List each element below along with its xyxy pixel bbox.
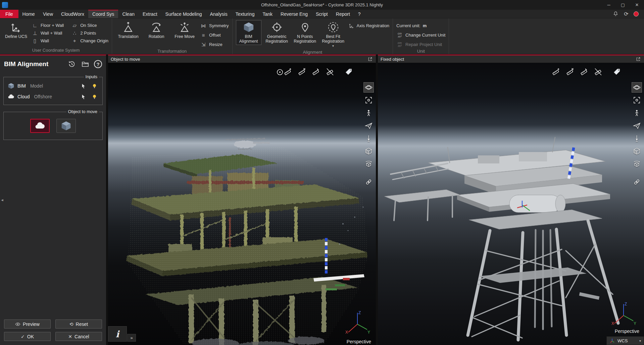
tab-file[interactable]: File [0, 10, 18, 18]
notification-area: ⟳ [612, 10, 644, 18]
axis-triad[interactable]: Z X Y [610, 301, 637, 326]
symmetry-button[interactable]: ⋈ Symmetry [200, 22, 229, 29]
fly-mode-icon[interactable] [363, 120, 374, 131]
tab-extract[interactable]: Extract [139, 10, 161, 18]
cube-face-view-icon[interactable] [632, 146, 642, 156]
wall-wall-button[interactable]: ⊥ Wall + Wall [32, 30, 64, 37]
maximize-button[interactable]: ▢ [616, 0, 630, 10]
info-expand-button[interactable]: » [127, 334, 136, 342]
tag-icon[interactable] [612, 67, 622, 76]
panel-collapse-handle[interactable]: ◂ [0, 195, 4, 205]
tab-view[interactable]: View [39, 10, 57, 18]
best-fit-registration-button[interactable]: Best Fit Registration ▾ [320, 20, 346, 49]
cloud-visibility-bulb-icon[interactable] [90, 93, 98, 101]
measure-remove-icon[interactable] [565, 67, 575, 76]
pick-bim-cursor-icon[interactable] [79, 82, 87, 90]
move-bim-toggle[interactable] [56, 119, 76, 133]
wcs-selector[interactable]: WCS ▾ [606, 336, 644, 345]
walk-mode-icon[interactable] [363, 108, 374, 118]
popout-icon[interactable] [367, 56, 373, 62]
tab-help[interactable]: ? [354, 10, 365, 18]
projection-mode-label[interactable]: Perspective [347, 339, 371, 344]
tab-clean[interactable]: Clean [118, 10, 139, 18]
info-button[interactable]: i [108, 326, 127, 342]
on-slice-button[interactable]: ▱ On Slice [71, 22, 108, 29]
viewport-3d-right[interactable]: Z X Y Perspective WCS ▾ [378, 63, 644, 345]
two-points-icon: ∴ [71, 30, 78, 36]
geometric-registration-button[interactable]: Geometric Registration [264, 20, 290, 45]
zoom-fit-icon[interactable] [632, 95, 642, 105]
tag-icon[interactable] [344, 67, 354, 76]
reset-history-icon[interactable] [67, 59, 77, 69]
link-views-icon[interactable] [363, 177, 374, 187]
plumb-view-icon[interactable] [632, 133, 642, 144]
measure-remove-icon[interactable] [297, 67, 307, 76]
object-to-move-groupbox: Object to move [3, 112, 103, 140]
measure-add-icon[interactable] [283, 67, 293, 76]
pick-cloud-cursor-icon[interactable] [79, 93, 87, 101]
orbit-icon[interactable] [363, 82, 374, 93]
axis-triad[interactable]: Z X Y [344, 310, 370, 335]
fly-mode-icon[interactable] [632, 120, 642, 131]
translation-button[interactable]: Translation [115, 20, 141, 40]
cloud-icon [35, 120, 45, 131]
preview-button[interactable]: Preview [4, 319, 51, 329]
tab-analysis[interactable]: Analysis [206, 10, 232, 18]
group-label-ucs: User Coordinate System [0, 47, 112, 54]
measure-hide-icon[interactable] [593, 67, 603, 76]
bim-alignment-button[interactable]: BIM Alignment [236, 20, 261, 45]
link-views-icon[interactable] [632, 177, 642, 187]
cancel-button[interactable]: ✕ Cancel [55, 332, 102, 341]
plumb-view-icon[interactable] [363, 133, 374, 144]
cube-rotate-view-icon[interactable] [632, 159, 642, 169]
rotation-button[interactable]: Rotation [144, 20, 169, 40]
resize-button[interactable]: ⇲ Resize [200, 41, 229, 48]
wall-button[interactable]: ▯ Wall [32, 37, 64, 44]
measure-edit-icon[interactable] [311, 67, 321, 76]
wall-icon: ▯ [32, 38, 38, 44]
help-icon[interactable]: ? [94, 60, 102, 68]
move-cloud-toggle[interactable] [30, 119, 50, 133]
notification-badge[interactable] [634, 11, 639, 16]
tab-tank[interactable]: Tank [258, 10, 277, 18]
tab-home[interactable]: Home [18, 10, 39, 18]
measure-hide-icon[interactable] [325, 67, 335, 76]
tab-script[interactable]: Script [312, 10, 332, 18]
tab-coord-sys[interactable]: Coord Sys [88, 10, 118, 18]
two-points-button[interactable]: ∴ 2 Points [71, 30, 108, 37]
tab-texturing[interactable]: Texturing [232, 10, 259, 18]
measure-add-icon[interactable] [551, 67, 561, 76]
offset-button[interactable]: ≡ Offset [200, 32, 229, 39]
tab-surface-modeling[interactable]: Surface Modeling [161, 10, 206, 18]
cube-face-view-icon[interactable] [363, 146, 374, 156]
tab-reverse-eng[interactable]: Reverse Eng [277, 10, 312, 18]
change-origin-button[interactable]: ⌖ Change Origin [71, 37, 108, 44]
reset-button[interactable]: ⟲ Reset [55, 319, 102, 329]
minimize-button[interactable]: ─ [602, 0, 616, 10]
notifications-bell-icon[interactable] [612, 11, 619, 17]
ok-button[interactable]: ✓ OK [4, 332, 51, 341]
free-move-button[interactable]: Free Move [172, 20, 197, 40]
n-points-registration-button[interactable]: N Points Registration [292, 20, 318, 45]
tab-cloudworx[interactable]: CloudWorx [57, 10, 88, 18]
open-folder-icon[interactable] [81, 59, 90, 69]
popout-icon[interactable] [635, 56, 641, 62]
axis-registration-button[interactable]: Axis Registration [349, 22, 390, 29]
floor-wall-button[interactable]: ∟ Floor + Wall [32, 22, 64, 29]
free-move-icon [179, 21, 190, 34]
measure-edit-icon[interactable] [579, 67, 589, 76]
ribbon-group-ucs: Define UCS ∟ Floor + Wall ⊥ Wall + Wall … [0, 18, 112, 54]
bim-visibility-bulb-icon[interactable] [90, 82, 98, 90]
cube-rotate-view-icon[interactable] [363, 159, 374, 169]
zoom-fit-icon[interactable] [363, 95, 374, 105]
change-current-unit-button[interactable]: cmm³ Change Current Unit [396, 32, 445, 39]
eye-icon [15, 322, 20, 327]
close-button[interactable]: ✕ [630, 0, 644, 10]
define-ucs-button[interactable]: Define UCS [3, 20, 29, 40]
walk-mode-icon[interactable] [632, 108, 642, 118]
orbit-icon[interactable] [632, 82, 642, 93]
tab-report[interactable]: Report [332, 10, 354, 18]
projection-mode-label[interactable]: Perspective [615, 329, 639, 334]
viewport-3d-left[interactable]: i » Z X Y Perspective [108, 63, 376, 345]
sync-icon[interactable]: ⟳ [623, 11, 630, 17]
